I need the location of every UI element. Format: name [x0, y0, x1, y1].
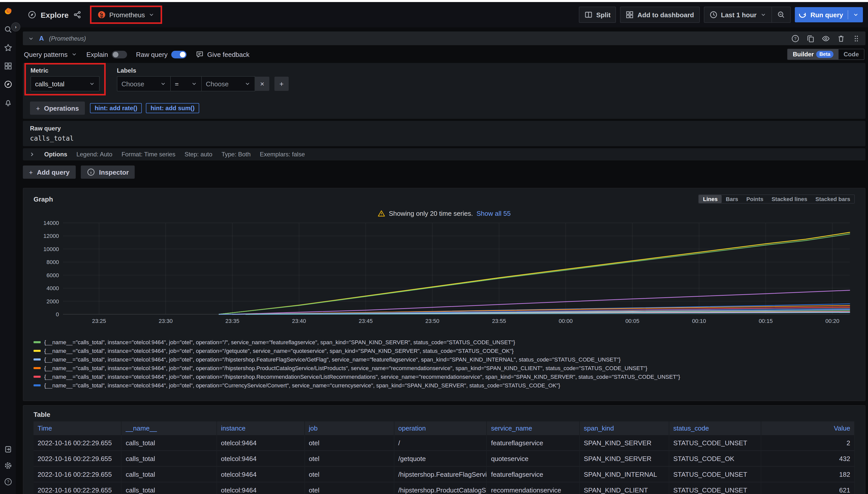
- legend-row-2[interactable]: {__name__="calls_total", instance="otelc…: [34, 355, 855, 363]
- column-header-status_code[interactable]: status_code: [669, 421, 761, 435]
- column-header-operation[interactable]: operation: [394, 421, 487, 435]
- metric-value: calls_total: [35, 80, 84, 88]
- column-header-instance[interactable]: instance: [217, 421, 304, 435]
- cell: /hipstershop.ProductCatalogS...: [394, 482, 487, 494]
- cell: /getquote: [394, 451, 487, 466]
- graph-style-bars[interactable]: Bars: [722, 195, 742, 203]
- cell: otelcol:9464: [217, 435, 304, 451]
- x-axis-label: 23:45: [359, 318, 373, 324]
- explain-toggle[interactable]: [111, 51, 127, 58]
- zoom-out-time-button[interactable]: [771, 6, 791, 23]
- sign-in-icon[interactable]: [4, 445, 12, 453]
- add-label-filter-button[interactable]: +: [274, 77, 289, 91]
- table-row-1[interactable]: 2022-10-16 00:22:29.655calls_totalotelco…: [34, 451, 854, 466]
- dashboards-icon[interactable]: [4, 62, 12, 70]
- inspector-button[interactable]: Inspector: [81, 166, 135, 179]
- annotation-box-datasource: Prometheus: [90, 5, 162, 24]
- starred-icon[interactable]: [4, 44, 12, 52]
- dashboard-grid-icon: [626, 11, 634, 19]
- column-header-Time[interactable]: Time: [34, 421, 122, 435]
- add-query-button[interactable]: + Add query: [23, 166, 76, 179]
- query-help-icon[interactable]: ?: [791, 34, 799, 42]
- query-hint-button-1[interactable]: hint: add sum(): [146, 103, 199, 113]
- x-axis-label: 00:00: [559, 318, 573, 324]
- share-icon[interactable]: [73, 11, 81, 19]
- alerting-bell-icon[interactable]: [4, 98, 12, 107]
- cell: 2022-10-16 00:22:29.655: [34, 466, 122, 482]
- options-row[interactable]: Options Legend: AutoFormat: Time seriesS…: [23, 148, 866, 160]
- split-button[interactable]: Split: [579, 6, 616, 23]
- show-all-series-link[interactable]: Show all 55: [476, 209, 510, 217]
- label-value-select[interactable]: Choose: [202, 76, 255, 91]
- column-header-service_name[interactable]: service_name: [487, 421, 579, 435]
- plus-icon: +: [36, 104, 40, 112]
- topbar: Explore Prometheus Split Add to dashboar…: [16, 2, 868, 27]
- graph-style-points[interactable]: Points: [742, 195, 767, 203]
- give-feedback-link[interactable]: Give feedback: [196, 50, 250, 58]
- browser-top-strip: [0, 0, 868, 2]
- x-axis-label: 00:15: [759, 318, 773, 324]
- legend-label: {__name__="calls_total", instance="otelc…: [44, 365, 648, 371]
- time-series-chart[interactable]: 0200040006000800010000120001400023:2523:…: [34, 219, 856, 334]
- remove-label-filter-button[interactable]: ×: [255, 77, 269, 91]
- graph-style-stacked-bars[interactable]: Stacked bars: [811, 195, 854, 203]
- x-axis-label: 23:50: [426, 318, 439, 324]
- labels-field-label: Labels: [117, 67, 289, 74]
- graph-panel: Graph LinesBarsPointsStacked linesStacke…: [23, 188, 866, 401]
- hide-response-eye-icon[interactable]: [822, 34, 830, 42]
- time-range-picker[interactable]: Last 1 hour: [704, 6, 771, 23]
- legend-row-0[interactable]: {__name__="calls_total", instance="otelc…: [34, 338, 855, 346]
- graph-panel-title: Graph: [34, 195, 53, 203]
- grafana-logo[interactable]: [4, 7, 12, 15]
- cell: 2022-10-16 00:22:29.655: [34, 482, 122, 494]
- query-patterns-dropdown[interactable]: Query patterns: [24, 51, 77, 58]
- graph-style-lines[interactable]: Lines: [699, 195, 722, 203]
- cell: featureflagservice: [487, 435, 579, 451]
- column-header-job[interactable]: job: [304, 421, 394, 435]
- legend-row-3[interactable]: {__name__="calls_total", instance="otelc…: [34, 363, 855, 372]
- cell: otelcol:9464: [217, 466, 304, 482]
- copy-query-icon[interactable]: [807, 34, 815, 42]
- add-to-dashboard-button[interactable]: Add to dashboard: [620, 6, 700, 23]
- column-header-__name__[interactable]: __name__: [122, 421, 217, 435]
- legend-row-1[interactable]: {__name__="calls_total", instance="otelc…: [34, 346, 855, 355]
- drag-handle-icon[interactable]: [852, 34, 861, 42]
- raw-query-box: Raw query calls_total: [23, 121, 866, 146]
- settings-gear-icon[interactable]: [4, 461, 12, 470]
- legend-label: {__name__="calls_total", instance="otelc…: [44, 374, 680, 380]
- column-header-span_kind[interactable]: span_kind: [580, 421, 669, 435]
- search-icon[interactable]: [4, 25, 12, 34]
- cell: calls_total: [122, 466, 217, 482]
- raw-query-label: Raw query: [136, 51, 167, 58]
- graph-legend-clipped-row: {__name__="calls_total", instance="otelc…: [34, 390, 855, 392]
- metric-select[interactable]: calls_total: [31, 76, 100, 91]
- query-datasource-hint: (Prometheus): [49, 35, 86, 42]
- table-row-3[interactable]: 2022-10-16 00:22:29.655calls_totalotelco…: [34, 482, 854, 494]
- explore-compass-icon[interactable]: [4, 80, 12, 88]
- label-operator-select[interactable]: =: [171, 76, 202, 91]
- y-axis-label: 4000: [47, 285, 59, 291]
- y-axis-label: 12000: [43, 233, 59, 239]
- operations-button[interactable]: + Operations: [30, 101, 85, 115]
- legend-row-5[interactable]: {__name__="calls_total", instance="otelc…: [34, 381, 855, 390]
- query-toolbar: Query patterns Explain Raw query Give fe…: [23, 47, 866, 62]
- run-query-button[interactable]: Run query: [795, 7, 863, 22]
- editor-mode-switcher: Builder Beta Code: [787, 49, 865, 60]
- sidebar-expand-button[interactable]: ›: [11, 22, 20, 32]
- x-axis-label: 23:25: [92, 318, 106, 324]
- remove-query-trash-icon[interactable]: [837, 34, 845, 42]
- table-row-0[interactable]: 2022-10-16 00:22:29.655calls_totalotelco…: [34, 435, 854, 451]
- datasource-picker[interactable]: Prometheus: [94, 8, 158, 21]
- help-icon[interactable]: ?: [4, 478, 12, 486]
- graph-style-stacked-lines[interactable]: Stacked lines: [767, 195, 811, 203]
- label-name-select[interactable]: Choose: [117, 76, 171, 91]
- legend-label: {__name__="calls_total", instance="otelc…: [44, 391, 515, 392]
- legend-row-4[interactable]: {__name__="calls_total", instance="otelc…: [34, 372, 855, 381]
- code-mode-button[interactable]: Code: [838, 49, 864, 59]
- query-row-header[interactable]: A (Prometheus) ?: [23, 32, 866, 45]
- column-header-Value[interactable]: Value: [761, 421, 855, 435]
- raw-query-toggle[interactable]: [171, 51, 186, 58]
- table-row-2[interactable]: 2022-10-16 00:22:29.655calls_totalotelco…: [34, 466, 854, 482]
- query-hint-button-0[interactable]: hint: add rate(): [90, 103, 142, 113]
- builder-mode-button[interactable]: Builder Beta: [788, 49, 838, 59]
